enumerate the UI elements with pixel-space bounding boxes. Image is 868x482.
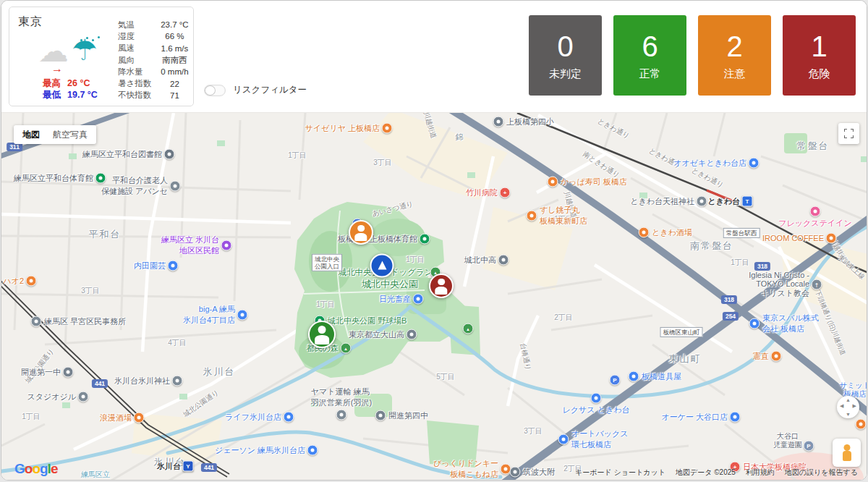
- map-poi-label[interactable]: 開進第一中: [21, 367, 61, 378]
- map-poi-label[interactable]: 筑波大附: [523, 467, 555, 478]
- map-poi-label[interactable]: 憲直: [753, 351, 769, 362]
- school-icon[interactable]: [63, 367, 74, 378]
- map-poi-label[interactable]: 日光畜産: [379, 294, 411, 305]
- shop-icon[interactable]: [284, 412, 294, 423]
- shrine-icon[interactable]: [172, 376, 183, 386]
- sports-icon[interactable]: [420, 234, 430, 245]
- map-poi-label[interactable]: フレックステイイン: [778, 218, 851, 229]
- civic-icon[interactable]: [221, 240, 232, 251]
- shrine-icon[interactable]: [697, 196, 707, 207]
- gray-icon[interactable]: [78, 392, 89, 402]
- church-icon[interactable]: †: [812, 279, 822, 290]
- shop-icon[interactable]: [591, 393, 602, 404]
- school-icon[interactable]: [510, 467, 521, 478]
- map-poi-label[interactable]: ジェーソン 練馬氷川台店: [215, 445, 305, 456]
- tree-icon[interactable]: ▲: [341, 343, 352, 354]
- shop-icon[interactable]: [629, 371, 639, 382]
- food-icon[interactable]: [26, 276, 37, 287]
- shop-icon[interactable]: [237, 310, 248, 321]
- shop-icon[interactable]: [749, 158, 760, 169]
- map-poi-label[interactable]: サイゼリヤ 上板橋店: [305, 123, 380, 134]
- shop-icon[interactable]: [413, 294, 424, 305]
- map-poi-label[interactable]: 東京スバル株式 会社 板橋店: [762, 313, 819, 334]
- map-poi-label[interactable]: オオゼキときわ台店: [673, 158, 746, 169]
- gray-icon[interactable]: [336, 410, 347, 420]
- status-card-undetermined[interactable]: 0 未判定: [529, 15, 602, 96]
- map-poi-label[interactable]: ときわ台天祖神社: [630, 196, 694, 207]
- tree-icon[interactable]: ▲: [463, 324, 474, 334]
- map-poi-label[interactable]: 上板橋第四小: [506, 117, 554, 127]
- parkP2-icon[interactable]: P: [804, 441, 814, 452]
- map-poi-label[interactable]: ライフ氷川台店: [225, 412, 281, 423]
- keyboard-shortcuts-link[interactable]: キーボード ショートカット: [575, 468, 665, 478]
- map-poi-label[interactable]: 東京都立大山高: [349, 329, 404, 340]
- map-poi-label[interactable]: 平和台介護老人 保健施設 アバンセ: [101, 175, 168, 197]
- subY-icon[interactable]: Y: [183, 461, 194, 472]
- status-marker-normal[interactable]: [308, 321, 336, 348]
- food-icon[interactable]: [856, 419, 867, 430]
- map-poi-label[interactable]: 竹川病院: [466, 187, 498, 198]
- report-map-error-link[interactable]: 地図の誤りを報告する: [785, 468, 858, 478]
- map-poi-label[interactable]: 城北中高: [464, 255, 496, 266]
- map-type-map-button[interactable]: 地図: [22, 129, 40, 141]
- status-card-caution[interactable]: 2 注意: [698, 15, 771, 96]
- risk-filter-toggle[interactable]: [204, 85, 226, 96]
- map-poi-label[interactable]: ときわ酒場: [652, 227, 692, 238]
- map-poi-label[interactable]: IROOM COFFEE: [762, 234, 824, 242]
- map-poi-label[interactable]: Iglesia Ni Cristo - TOKYO Locale キリスト教会: [749, 271, 809, 299]
- map-poi-label[interactable]: 練馬区 早宮区民事務所: [44, 316, 126, 327]
- map-poi-label[interactable]: ヤマト運輸 練馬 羽沢営業所(羽沢): [311, 386, 372, 408]
- map-poi-label[interactable]: スタジオジル: [27, 392, 76, 402]
- status-marker-caution[interactable]: [349, 220, 373, 245]
- hotel-icon[interactable]: [810, 206, 821, 217]
- map-poi-label[interactable]: 板橋道具屋: [642, 371, 681, 382]
- map-poi-label[interactable]: 城北中央公園 野球場B: [328, 316, 407, 326]
- pan-control[interactable]: ▲ ▼ ◀ ▶: [837, 396, 859, 418]
- shop-icon[interactable]: [558, 434, 569, 445]
- map-poi-label[interactable]: びっくりドンキー 板橋こもね店: [433, 458, 498, 480]
- map-poi-label[interactable]: big-A 練馬 氷川台4丁目店: [183, 304, 235, 326]
- food-icon[interactable]: [639, 227, 650, 238]
- fullscreen-button[interactable]: [838, 123, 859, 144]
- map-poi-label[interactable]: ハオ2: [3, 276, 24, 287]
- google-logo[interactable]: Google: [14, 461, 57, 477]
- food-icon[interactable]: [826, 233, 837, 244]
- map-poi-label[interactable]: レクサス ときわ台: [563, 405, 630, 415]
- map-poi-label[interactable]: かっぱ寿司 板橋店: [561, 177, 627, 187]
- shop-icon[interactable]: [168, 261, 179, 271]
- shop-icon[interactable]: [749, 318, 760, 329]
- map-poi-label[interactable]: オーケー 大谷口店: [661, 412, 728, 423]
- map-poi-label[interactable]: オートバックス 環七板橋店: [571, 428, 629, 450]
- shop-icon[interactable]: [730, 412, 741, 423]
- terms-link[interactable]: 利用規約: [746, 468, 775, 478]
- map-poi-label[interactable]: 練馬区立平和台図書館: [82, 149, 162, 160]
- status-card-normal[interactable]: 6 正常: [613, 15, 686, 96]
- map-type-satellite-button[interactable]: 航空写真: [53, 129, 88, 141]
- gray-icon[interactable]: [170, 181, 181, 192]
- map-canvas[interactable]: 平和台氷川台氷川台東山町常盤台南常盤台錦1丁目3丁目1丁目1丁目1丁目1丁目2丁…: [1, 113, 867, 481]
- map-poi-label[interactable]: 練馬区立 氷川台 地区区民館: [161, 234, 219, 256]
- map-poi-label[interactable]: 浪漫酒場: [100, 413, 132, 423]
- school-icon[interactable]: [375, 410, 386, 421]
- food-icon[interactable]: [771, 351, 782, 362]
- map-poi-label[interactable]: 氷川台: [157, 461, 181, 472]
- gray-icon[interactable]: [31, 316, 42, 327]
- pegman-button[interactable]: [833, 439, 861, 467]
- status-card-danger[interactable]: 1 危険: [783, 15, 856, 96]
- school-icon[interactable]: [498, 255, 509, 266]
- food-icon[interactable]: [527, 211, 537, 221]
- current-location-marker[interactable]: [370, 254, 394, 278]
- hosp-icon[interactable]: +: [500, 187, 511, 198]
- shop-icon[interactable]: [307, 445, 318, 456]
- map-poi-label[interactable]: 開進第四中: [388, 410, 428, 421]
- map-poi-label[interactable]: すし銚子丸 板橋東新町店: [540, 205, 587, 227]
- lib-icon[interactable]: [164, 149, 175, 160]
- map-poi-label[interactable]: 練馬区立平和台体育館: [14, 173, 93, 184]
- food-icon[interactable]: [382, 123, 393, 134]
- school-icon[interactable]: [493, 117, 504, 127]
- map-poi-label[interactable]: ときわ台: [707, 196, 740, 207]
- school-icon[interactable]: [407, 329, 417, 340]
- map-poi-label[interactable]: 氷川台氷川神社: [114, 376, 170, 386]
- status-marker-danger[interactable]: [429, 274, 454, 298]
- parkP-icon[interactable]: P: [610, 375, 621, 386]
